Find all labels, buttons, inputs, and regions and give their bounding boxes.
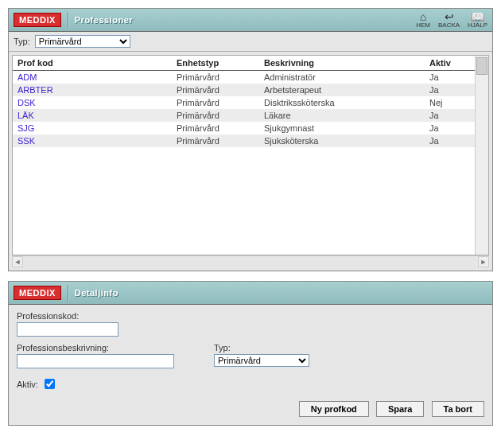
professionskod-input[interactable] xyxy=(17,322,118,337)
scroll-left-icon[interactable]: ◄ xyxy=(12,256,23,267)
ny-profkod-button[interactable]: Ny profkod xyxy=(299,401,369,417)
cell-desc: Arbetsterapeut xyxy=(259,84,425,96)
scroll-right-icon[interactable]: ► xyxy=(478,256,489,267)
cell-unit: Primärvård xyxy=(172,109,259,122)
cell-desc: Sjukgymnast xyxy=(259,122,425,134)
profkod-link[interactable]: SSK xyxy=(17,136,35,146)
cell-unit: Primärvård xyxy=(172,84,259,96)
professioner-titlebar: MEDDIX Professioner ⌂ HEM ↩ BACKA 📖 HJÄL… xyxy=(9,9,492,32)
hjalp-label: HJÄLP xyxy=(468,22,487,29)
filter-bar: Typ: Primärvård xyxy=(9,32,492,52)
back-icon: ↩ xyxy=(445,11,454,22)
professionskod-label: Professionskod: xyxy=(17,311,484,321)
backa-label: BACKA xyxy=(438,22,460,29)
table-row[interactable]: SSKPrimärvårdSjuksköterskaJa xyxy=(13,134,488,147)
cell-desc: Sjuksköterska xyxy=(259,134,425,147)
help-icon: 📖 xyxy=(471,11,484,22)
cell-unit: Primärvård xyxy=(172,134,259,147)
backa-button[interactable]: ↩ BACKA xyxy=(438,11,460,29)
panel-title: Professioner xyxy=(75,15,133,25)
cell-desc: Läkare xyxy=(259,109,425,122)
scrollbar-vertical[interactable] xyxy=(475,56,488,255)
detail-body: Professionskod: Professionsbeskrivning: … xyxy=(9,305,492,425)
button-row: Ny profkod Spara Ta bort xyxy=(17,401,484,417)
professionsbeskrivning-label: Professionsbeskrivning: xyxy=(17,343,174,353)
detaljinfo-titlebar: MEDDIX Detaljinfo xyxy=(9,282,492,305)
spara-button[interactable]: Spara xyxy=(376,401,425,417)
cell-unit: Primärvård xyxy=(172,96,259,109)
col-beskrivning: Beskrivning xyxy=(259,56,425,71)
professionsbeskrivning-input[interactable] xyxy=(17,354,174,368)
titlebar-divider xyxy=(68,12,68,28)
table-row[interactable]: DSKPrimärvårdDisktrikssköterskaNej xyxy=(13,96,488,109)
table-row[interactable]: SJGPrimärvårdSjukgymnastJa xyxy=(13,122,488,134)
typ-label: Typ: xyxy=(214,343,309,353)
scrollbar-horizontal[interactable]: ◄ ► xyxy=(12,255,489,267)
table-wrap: Prof kod Enhetstyp Beskrivning Aktiv ADM… xyxy=(9,52,492,271)
prof-table: Prof kod Enhetstyp Beskrivning Aktiv ADM… xyxy=(13,56,488,147)
aktiv-checkbox[interactable] xyxy=(45,379,55,389)
cell-unit: Primärvård xyxy=(172,71,259,84)
filter-label: Typ: xyxy=(14,37,30,46)
table-row[interactable]: ARBTERPrimärvårdArbetsterapeutJa xyxy=(13,84,488,96)
cell-unit: Primärvård xyxy=(172,122,259,134)
cell-desc: Disktrikssköterska xyxy=(259,96,425,109)
hem-button[interactable]: ⌂ HEM xyxy=(416,11,430,29)
profkod-link[interactable]: DSK xyxy=(17,98,36,107)
app-logo: MEDDIX xyxy=(14,13,61,27)
hjalp-button[interactable]: 📖 HJÄLP xyxy=(468,11,487,29)
profkod-link[interactable]: LÄK xyxy=(17,111,34,120)
col-enhetstyp: Enhetstyp xyxy=(172,56,259,71)
detaljinfo-panel: MEDDIX Detaljinfo Professionskod: Profes… xyxy=(8,281,493,426)
hem-label: HEM xyxy=(416,22,430,29)
typ-select[interactable]: Primärvård xyxy=(214,354,309,367)
profkod-link[interactable]: ARBTER xyxy=(17,85,53,95)
cell-desc: Administratör xyxy=(259,71,425,84)
app-logo: MEDDIX xyxy=(14,286,61,300)
profkod-link[interactable]: ADM xyxy=(17,72,37,82)
scrollbar-thumb[interactable] xyxy=(476,57,487,75)
col-profkod: Prof kod xyxy=(13,56,172,71)
aktiv-label: Aktiv: xyxy=(17,380,38,389)
home-icon: ⌂ xyxy=(420,11,426,22)
table-row[interactable]: LÄKPrimärvårdLäkareJa xyxy=(13,109,488,122)
table-scrollbox[interactable]: Prof kod Enhetstyp Beskrivning Aktiv ADM… xyxy=(12,55,489,255)
filter-typ-select[interactable]: Primärvård xyxy=(35,35,130,48)
toolbar: ⌂ HEM ↩ BACKA 📖 HJÄLP xyxy=(416,11,487,29)
profkod-link[interactable]: SJG xyxy=(17,123,34,133)
ta-bort-button[interactable]: Ta bort xyxy=(432,401,484,417)
professioner-panel: MEDDIX Professioner ⌂ HEM ↩ BACKA 📖 HJÄL… xyxy=(8,8,493,271)
panel-title: Detaljinfo xyxy=(75,288,118,298)
titlebar-divider xyxy=(68,285,68,301)
table-row[interactable]: ADMPrimärvårdAdministratörJa xyxy=(13,71,488,84)
